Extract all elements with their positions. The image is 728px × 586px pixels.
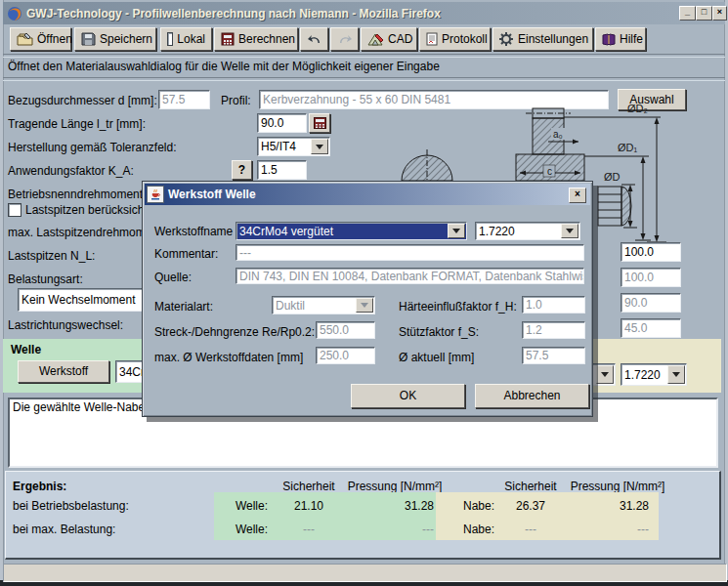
dim-d2-label: ØD₂	[627, 103, 648, 114]
right-value-field-2[interactable]: 100.0	[621, 268, 681, 287]
results-shaft-label: Welle:	[214, 523, 268, 536]
settings-tools-icon	[499, 32, 514, 46]
dim-a0-label: a₀	[553, 129, 563, 140]
results-hub-label: Nabe:	[441, 523, 494, 536]
max-peak-torque-label: max. Lastspitzendrehmom	[8, 226, 146, 239]
hub-material-number-combobox[interactable]: 1.7220	[621, 363, 687, 386]
length-label: Tragende Länge l_tr [mm]:	[8, 117, 146, 131]
results-row-label: bei max. Belastung:	[13, 523, 115, 536]
max-diameter-label: max. Ø Werkstoffdaten [mm]	[154, 351, 303, 364]
tolerance-combobox[interactable]: H5/IT4	[257, 137, 330, 156]
chevron-down-icon[interactable]	[667, 365, 685, 384]
hub-material-number-value: 1.7220	[624, 368, 661, 382]
material-type-combobox[interactable]: Duktil	[272, 296, 375, 314]
material-name-combobox[interactable]: 34CrMo4 vergütet	[236, 222, 467, 240]
protocol-document-icon	[426, 32, 438, 46]
load-peaks-checkbox-label: Lastspitzen berücksicht	[25, 203, 148, 217]
cad-button-label: CAD	[388, 32, 412, 46]
current-diameter-field[interactable]: 57.5	[522, 347, 585, 364]
load-peaks-checkbox[interactable]	[8, 203, 21, 217]
support-factor-label: Stützfaktor f_S:	[399, 325, 479, 339]
local-checkbox-group[interactable]: Lokal	[160, 27, 212, 51]
save-disk-icon	[81, 32, 96, 46]
results-col-pressure-hub: Pressung [N/mm²]	[559, 480, 676, 493]
chevron-down-icon[interactable]	[356, 298, 373, 313]
redo-icon	[337, 33, 353, 45]
app-factor-label: Anwendungsfaktor K_A:	[8, 164, 134, 178]
help-button-label: Hilfe	[620, 32, 643, 46]
open-folder-icon	[17, 32, 33, 46]
right-value-field-1[interactable]: 100.0	[621, 242, 681, 262]
help-button[interactable]: Hilfe	[595, 27, 646, 51]
undo-button[interactable]	[300, 27, 328, 51]
status-bar	[3, 564, 727, 582]
local-checkbox-label: Lokal	[177, 32, 205, 46]
chevron-down-icon[interactable]	[561, 224, 578, 238]
right-value-field-3[interactable]: 90.0	[621, 293, 681, 313]
chevron-down-icon[interactable]	[311, 139, 328, 154]
help-book-icon	[602, 33, 616, 46]
redo-button[interactable]	[330, 27, 359, 51]
results-col-safety-hub: Sicherheit	[492, 480, 570, 493]
dialog-titlebar[interactable]: Werkstoff Welle ×	[145, 184, 590, 205]
settings-button-label: Einstellungen	[518, 32, 588, 46]
window-titlebar[interactable]: GWJ-Technology - Profilwellenberechnung …	[3, 2, 725, 24]
results-hub-pressure: ---	[551, 523, 649, 536]
open-button-label: Öffnen	[37, 32, 72, 46]
hint-statusline: Öffnet den Materialauswahldialog für die…	[8, 60, 440, 73]
close-button[interactable]: ×	[712, 6, 727, 21]
hardness-factor-label: Härteeinflußfaktor f_H:	[399, 300, 517, 314]
dim-c-label: c	[547, 166, 552, 177]
app-factor-field[interactable]: 1.5	[257, 160, 307, 180]
ref-diameter-field[interactable]: 57.5	[158, 90, 210, 109]
material-name-label: Werkstoffname	[154, 225, 233, 238]
length-field[interactable]: 90.0	[257, 113, 307, 133]
results-shaft-pressure: 31.28	[336, 499, 434, 513]
minimize-button[interactable]: _	[679, 6, 696, 21]
chevron-down-icon[interactable]	[448, 224, 465, 238]
open-button[interactable]: Öffnen	[10, 27, 71, 51]
yield-strength-field[interactable]: 550.0	[316, 321, 375, 339]
hardness-factor-field[interactable]: 1.0	[522, 296, 585, 314]
window-border-left	[0, 0, 4, 583]
statusline-separator	[3, 77, 725, 81]
load-type-label: Belastungsart:	[8, 272, 83, 286]
results-shaft-label: Welle:	[214, 499, 268, 513]
calculate-button[interactable]: Berechnen	[214, 27, 298, 51]
torque-label: Betriebsnenndrehmoment	[8, 188, 143, 201]
material-number-combobox[interactable]: 1.7220	[475, 222, 580, 240]
shaft-material-button[interactable]: Werkstoff	[18, 360, 109, 383]
support-factor-field[interactable]: 1.2	[522, 321, 585, 339]
local-checkbox[interactable]	[167, 32, 173, 46]
results-shaft-pressure: ---	[336, 523, 434, 536]
results-title: Ergebnis:	[13, 480, 66, 493]
cad-ruler-pencil-icon	[367, 32, 384, 46]
dim-d1-label: ØD₁	[618, 142, 638, 153]
chevron-down-icon[interactable]	[596, 365, 614, 384]
application-window: GWJ-Technology - Profilwellenberechnung …	[0, 0, 728, 586]
cad-button[interactable]: CAD	[361, 27, 417, 51]
settings-button[interactable]: Einstellungen	[492, 27, 593, 51]
java-icon	[147, 186, 164, 203]
tolerance-label: Herstellung gemäß Toleranzfeld:	[8, 141, 177, 154]
ok-button[interactable]: OK	[351, 384, 465, 408]
save-button[interactable]: Speichern	[74, 27, 156, 51]
length-calculator-button[interactable]	[309, 113, 330, 133]
results-row-label: bei Betriebsbelastung:	[13, 499, 129, 513]
ref-diameter-label: Bezugsdurchmesser d [mm]:	[8, 94, 157, 107]
right-value-field-4[interactable]: 45.0	[621, 318, 681, 338]
toolbar-separator	[3, 54, 725, 58]
material-type-label: Materialart:	[154, 300, 213, 314]
load-type-value: Kein Wechselmoment	[21, 293, 136, 307]
source-field[interactable]: DIN 743, DIN EN 10084, Datenbank FORMAT,…	[236, 268, 584, 284]
comment-field[interactable]: ---	[236, 244, 584, 261]
dialog-close-button[interactable]: ×	[569, 188, 586, 203]
protocol-button-label: Protokoll	[442, 32, 488, 46]
max-diameter-field[interactable]: 250.0	[316, 347, 375, 364]
app-factor-help-button[interactable]: ?	[232, 160, 252, 180]
material-number-value: 1.7220	[479, 225, 515, 238]
protocol-button[interactable]: Protokoll	[419, 27, 491, 51]
results-hub-label: Nabe:	[441, 499, 494, 513]
maximize-button[interactable]: □	[696, 6, 712, 21]
cancel-button[interactable]: Abbrechen	[475, 384, 589, 408]
